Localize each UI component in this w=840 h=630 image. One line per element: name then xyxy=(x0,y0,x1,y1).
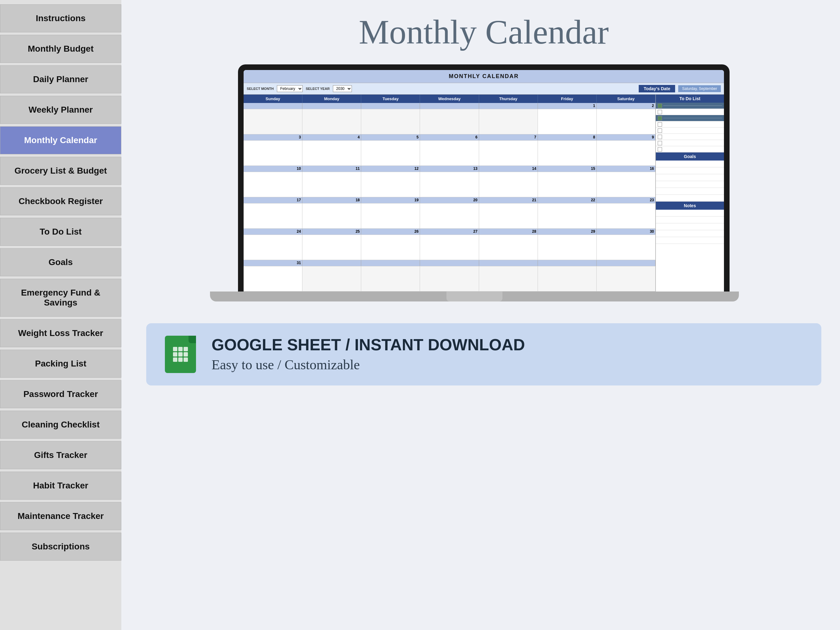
banner-subtitle: Easy to use / Customizable xyxy=(212,357,803,373)
sidebar-item-weekly-planner[interactable]: Weekly Planner xyxy=(0,96,122,124)
sidebar-item-habit-tracker[interactable]: Habit Tracker xyxy=(0,472,122,500)
day-name-friday: Friday xyxy=(538,95,597,103)
cal-week-header-cell: 18 xyxy=(302,197,361,203)
cal-week-header-cell xyxy=(538,260,597,266)
goal-row xyxy=(656,174,724,181)
right-panel: To Do List Goals xyxy=(655,95,724,292)
sidebar-item-instructions[interactable]: Instructions xyxy=(0,4,122,32)
cal-cell xyxy=(538,204,597,228)
todo-row-7 xyxy=(656,146,724,152)
goal-row xyxy=(656,167,724,174)
todo-row-5 xyxy=(656,134,724,140)
sidebar-item-emergency-fund-&-savings[interactable]: Emergency Fund & Savings xyxy=(0,279,122,317)
cal-cell xyxy=(361,109,420,134)
day-name-thursday: Thursday xyxy=(479,95,538,103)
cal-week-header-cell: 4 xyxy=(302,134,361,140)
todo-checkbox[interactable] xyxy=(658,110,662,114)
grid-cell xyxy=(178,357,183,362)
today-button[interactable]: Today's Date xyxy=(639,85,676,92)
day-name-monday: Monday xyxy=(302,95,361,103)
sidebar-item-checkbook-register[interactable]: Checkbook Register xyxy=(0,187,122,215)
cal-cell xyxy=(420,266,479,291)
sidebar-item-monthly-calendar[interactable]: Monthly Calendar xyxy=(0,126,122,154)
notes-row xyxy=(656,223,724,230)
todo-checkbox[interactable] xyxy=(658,116,662,120)
todo-row-2 xyxy=(656,115,724,122)
cal-week-header-4: 24252627282930 xyxy=(243,229,655,235)
goal-row xyxy=(656,161,724,167)
main-content: Monthly Calendar MONTHLY CALENDAR SELECT… xyxy=(122,0,840,630)
cal-cell xyxy=(361,266,420,291)
goal-row xyxy=(656,188,724,195)
cal-week-header-5: 31 xyxy=(243,260,655,266)
days-header: SundayMondayTuesdayWednesdayThursdayFrid… xyxy=(243,95,655,103)
sheet-title: MONTHLY CALENDAR xyxy=(243,70,724,83)
todo-text xyxy=(663,118,722,118)
sidebar-item-cleaning-checklist[interactable]: Cleaning Checklist xyxy=(0,411,122,439)
sidebar-item-maintenance-tracker[interactable]: Maintenance Tracker xyxy=(0,502,122,530)
sidebar-item-monthly-budget[interactable]: Monthly Budget xyxy=(0,35,122,63)
todo-checkbox[interactable] xyxy=(658,122,662,126)
sidebar-item-label: To Do List xyxy=(40,227,82,237)
sidebar-item-label: Goals xyxy=(49,257,73,267)
cal-week-header-2: 10111213141516 xyxy=(243,166,655,172)
laptop-mockup: MONTHLY CALENDAR SELECT MONTH February S… xyxy=(146,65,821,302)
sidebar-item-subscriptions[interactable]: Subscriptions xyxy=(0,533,122,561)
sidebar-item-label: Daily Planner xyxy=(33,74,88,84)
cal-cell xyxy=(597,204,655,228)
year-select[interactable]: 2030 xyxy=(333,85,352,92)
sidebar-item-goals[interactable]: Goals xyxy=(0,248,122,276)
todo-checkbox[interactable] xyxy=(658,135,662,139)
todo-checkbox[interactable] xyxy=(658,128,662,133)
cal-cell xyxy=(420,204,479,228)
todo-checkbox[interactable] xyxy=(658,104,662,108)
cal-week-header-cell: 26 xyxy=(361,229,420,235)
cal-week-header-cell: 11 xyxy=(302,166,361,172)
todo-row-0 xyxy=(656,103,724,109)
cal-week-header-cell: 27 xyxy=(420,229,479,235)
sidebar-item-weight-loss-tracker[interactable]: Weight Loss Tracker xyxy=(0,319,122,347)
sidebar-item-gifts-tracker[interactable]: Gifts Tracker xyxy=(0,441,122,469)
sidebar-item-label: Weekly Planner xyxy=(28,105,93,115)
cal-week-header-cell: 20 xyxy=(420,197,479,203)
notes-list xyxy=(656,210,724,244)
todo-checkbox[interactable] xyxy=(658,147,662,152)
cal-cell xyxy=(420,235,479,260)
sidebar-item-label: Grocery List & Budget xyxy=(14,166,107,176)
cal-cell xyxy=(302,266,361,291)
sidebar-item-packing-list[interactable]: Packing List xyxy=(0,350,122,378)
cal-week-header-cell: 13 xyxy=(420,166,479,172)
todo-row-4 xyxy=(656,128,724,134)
sidebar-item-to-do-list[interactable]: To Do List xyxy=(0,218,122,246)
page-title: Monthly Calendar xyxy=(146,13,821,52)
cal-cell xyxy=(361,235,420,260)
cal-cell xyxy=(243,204,302,228)
cal-week-header-cell: 8 xyxy=(538,134,597,140)
cal-week-5 xyxy=(243,266,655,292)
cal-week-header-cell: 5 xyxy=(361,134,420,140)
cal-week-header-cell: 12 xyxy=(361,166,420,172)
select-month-label: SELECT MONTH xyxy=(247,87,274,90)
cal-week-4 xyxy=(243,235,655,260)
laptop-base xyxy=(210,292,739,302)
cal-cell xyxy=(243,172,302,197)
cal-cell xyxy=(479,204,538,228)
sidebar-item-password-tracker[interactable]: Password Tracker xyxy=(0,380,122,408)
laptop-body: MONTHLY CALENDAR SELECT MONTH February S… xyxy=(238,65,729,292)
sidebar-item-grocery-list-&-budget[interactable]: Grocery List & Budget xyxy=(0,157,122,185)
sidebar-item-label: Cleaning Checklist xyxy=(22,420,100,429)
cal-cell xyxy=(302,204,361,228)
cal-cell xyxy=(243,141,302,166)
notes-row xyxy=(656,237,724,244)
cal-week-0 xyxy=(243,109,655,134)
grid-cell xyxy=(183,352,188,357)
todo-checkbox[interactable] xyxy=(658,141,662,145)
sheets-grid-icon xyxy=(173,347,188,362)
grid-cell xyxy=(173,347,177,351)
cal-week-header-cell xyxy=(361,260,420,266)
cal-cell xyxy=(597,141,655,166)
month-select[interactable]: February xyxy=(277,85,303,92)
todo-title: To Do List xyxy=(656,95,724,103)
cal-week-header-cell: 10 xyxy=(243,166,302,172)
sidebar-item-daily-planner[interactable]: Daily Planner xyxy=(0,65,122,93)
